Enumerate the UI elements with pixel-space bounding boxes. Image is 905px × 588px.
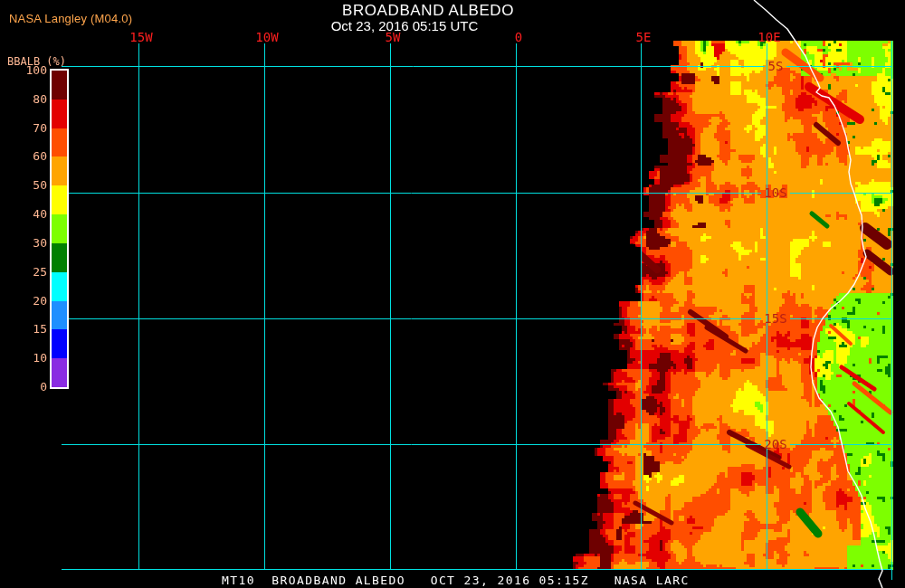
colorbar-segment-9 — [52, 329, 67, 358]
colorbar-tick-50: 50 — [11, 178, 47, 193]
lat-label-20S: 20S — [748, 438, 803, 450]
colorbar-segment-5 — [52, 214, 67, 243]
colorbar-segment-10 — [52, 358, 67, 387]
colorbar-tick-70: 70 — [11, 121, 47, 136]
colorbar-tick-10: 10 — [11, 351, 47, 365]
lon-label-0: 0 — [491, 30, 546, 44]
colorbar-tick-20: 20 — [11, 294, 47, 308]
colorbar-tick-30: 30 — [11, 236, 47, 251]
lat-label-15S: 15S — [748, 312, 803, 325]
colorbar-tick-0: 0 — [11, 380, 47, 394]
colorbar-segment-6 — [52, 243, 67, 272]
lon-label-15W: 15W — [114, 30, 168, 44]
albedo-map-canvas — [0, 0, 905, 588]
lat-label-10S: 10S — [748, 186, 803, 199]
colorbar-segment-4 — [52, 185, 67, 214]
page-title: BROADBAND ALBEDO — [342, 2, 514, 20]
colorbar-tick-15: 15 — [11, 322, 47, 337]
lon-label-5W: 5W — [366, 30, 420, 44]
colorbar-tick-25: 25 — [11, 265, 47, 280]
colorbar-tick-60: 60 — [11, 149, 47, 164]
footer-status-text: MT10 BROADBAND ALBEDO OCT 23, 2016 05:15… — [222, 574, 690, 587]
colorbar-tick-80: 80 — [11, 92, 47, 107]
colorbar-segment-2 — [52, 128, 67, 157]
colorbar-segment-3 — [52, 156, 67, 185]
source-label: NASA Langley (M04.0) — [9, 12, 132, 25]
lon-label-10E: 10E — [742, 30, 796, 44]
colorbar-segment-8 — [52, 301, 67, 330]
lon-label-10W: 10W — [240, 30, 294, 44]
colorbar-segment-0 — [52, 71, 67, 100]
lon-label-5E: 5E — [616, 30, 671, 44]
colorbar — [50, 69, 69, 389]
albedo-product-image: NASA Langley (M04.0) BROADBAND ALBEDO Oc… — [0, 0, 905, 588]
colorbar-segment-7 — [52, 272, 67, 301]
colorbar-tick-40: 40 — [11, 207, 47, 222]
lat-label-5S: 5S — [748, 60, 803, 72]
colorbar-label: BBALB (%) — [7, 55, 66, 68]
colorbar-segment-1 — [52, 100, 67, 128]
